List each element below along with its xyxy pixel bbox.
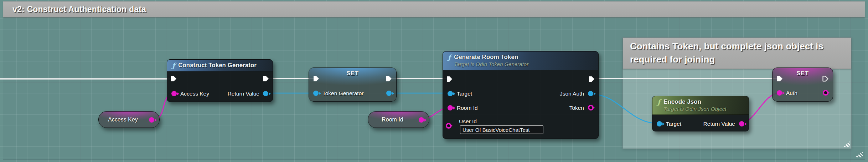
blueprint-graph-canvas[interactable]: v2: Construct Authentication data Contai… (0, 0, 868, 162)
pin-auth-in[interactable] (777, 90, 782, 96)
pin-room-id-out[interactable] (419, 117, 424, 123)
user-id-input[interactable] (460, 125, 543, 134)
pin-return-value-label: Return Value (703, 121, 735, 127)
node-construct-token-generator-header[interactable]: ƒ Construct Token Generator (167, 60, 273, 71)
pin-room-id-label: Room Id (457, 105, 478, 111)
exec-out-pin[interactable] (262, 75, 270, 82)
node-title: Construct Token Generator (178, 61, 257, 69)
comment-v2-title: v2: Construct Authentication data (12, 5, 146, 14)
pin-json-auth[interactable] (588, 91, 593, 96)
exec-in-pin[interactable] (312, 75, 320, 82)
pin-token-generator-label: Token Generator (322, 91, 363, 96)
pin-token-generator-in[interactable] (313, 91, 319, 96)
node-subtitle: Target is Odin Json Object (663, 106, 726, 112)
pin-target[interactable] (657, 121, 662, 126)
node-title: Encode Json (663, 98, 726, 106)
pin-access-key-label: Access Key (180, 91, 209, 97)
pin-access-key-out[interactable] (149, 117, 154, 123)
function-icon: ƒ (448, 53, 451, 61)
comment-v2-header[interactable]: v2: Construct Authentication data (3, 1, 865, 17)
pin-auth-out[interactable] (823, 90, 828, 96)
pin-target-label: Target (457, 91, 472, 97)
pin-user-id-label: User Id (459, 119, 477, 124)
node-generate-room-token[interactable]: ƒ Generate Room Token Target is Odin Tok… (443, 51, 599, 139)
node-subtitle: Target is Odin Token Generator (454, 61, 528, 68)
pin-room-id[interactable] (448, 105, 453, 110)
exec-out-pin[interactable] (588, 75, 595, 83)
exec-in-pin[interactable] (170, 75, 177, 82)
comment-json-title: Contains Token, but complete json object… (630, 40, 844, 66)
function-icon: ƒ (657, 98, 660, 106)
variable-label: Room Id (368, 112, 417, 128)
node-title: SET (309, 70, 396, 77)
node-encode-json-header[interactable]: ƒ Encode Json Target is Odin Json Object (652, 96, 749, 115)
pin-user-id[interactable] (446, 123, 451, 129)
node-set-auth[interactable]: SET Auth (772, 68, 833, 102)
variable-label: Access Key (99, 112, 147, 128)
node-generate-room-token-header[interactable]: ƒ Generate Room Token Target is Odin Tok… (443, 52, 598, 70)
pin-json-auth-label: Json Auth (560, 91, 584, 97)
node-construct-token-generator[interactable]: ƒ Construct Token Generator Access Key R… (167, 59, 273, 102)
comment-json-header[interactable]: Contains Token, but complete json object… (623, 38, 851, 69)
node-encode-json[interactable]: ƒ Encode Json Target is Odin Json Object… (652, 96, 749, 131)
pin-token-label: Token (569, 105, 584, 111)
exec-in-pin[interactable] (446, 75, 453, 83)
pin-access-key[interactable] (171, 91, 177, 96)
pin-return-value[interactable] (739, 121, 744, 126)
pin-auth-label: Auth (786, 90, 797, 96)
pin-target-label: Target (666, 121, 681, 127)
node-set-token-generator[interactable]: SET Token Generator (309, 68, 397, 102)
node-get-access-key[interactable]: Access Key (98, 111, 160, 128)
exec-out-pin[interactable] (385, 75, 393, 82)
pin-target[interactable] (448, 91, 453, 96)
function-icon: ƒ (172, 61, 175, 69)
comment-v2-resize-handle[interactable] (855, 151, 863, 157)
comment-json-resize-handle[interactable] (843, 141, 850, 147)
node-get-room-id[interactable]: Room Id (368, 111, 429, 128)
pin-return-value-label: Return Value (228, 91, 259, 97)
pin-token[interactable] (588, 105, 594, 110)
node-title: Generate Room Token (454, 53, 528, 61)
exec-out-pin[interactable] (822, 75, 829, 82)
pin-token-generator-out[interactable] (386, 91, 392, 96)
exec-in-pin[interactable] (776, 75, 784, 82)
pin-return-value[interactable] (263, 91, 268, 96)
